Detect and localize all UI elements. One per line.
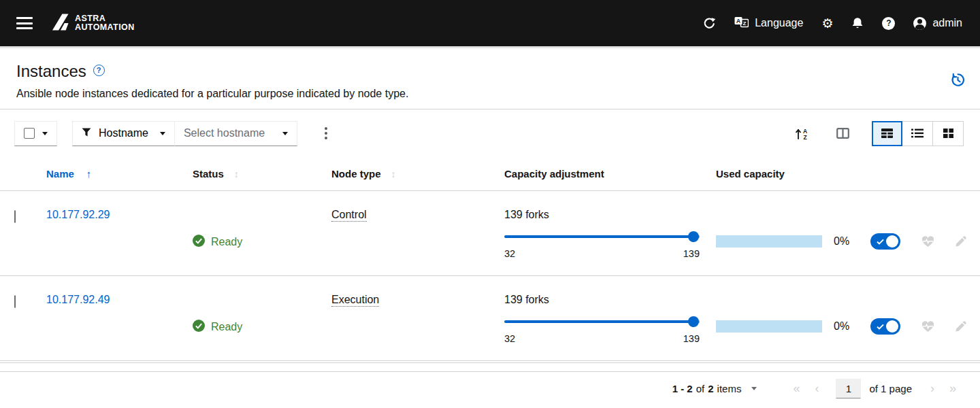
page-help-icon[interactable]: ? (93, 65, 105, 76)
status-label: Ready (211, 236, 242, 248)
item-total: 2 (708, 383, 713, 394)
edit-instance-button[interactable] (955, 320, 967, 333)
instance-name-link[interactable]: 10.177.92.29 (46, 209, 110, 220)
used-capacity-percent: 0% (834, 320, 857, 333)
gear-icon: ⚙ (821, 17, 833, 30)
table-row: 10.177.92.49 Ready Execution 139 forks 3… (0, 276, 980, 361)
table-view-icon (881, 129, 893, 138)
capacity-adjustment-cell: 139 forks 32 139 (491, 276, 702, 360)
capacity-slider[interactable] (504, 316, 700, 327)
status-ready-icon (193, 235, 205, 250)
slider-min-label: 32 (504, 333, 515, 344)
table-view-button[interactable] (872, 121, 902, 146)
brand-logo: ASTRA AUTOMATION (52, 13, 135, 34)
row-checkbox[interactable] (14, 295, 16, 308)
manage-columns-button[interactable] (836, 128, 849, 139)
row-checkbox[interactable] (14, 210, 16, 223)
edit-instance-button[interactable] (955, 235, 967, 248)
user-avatar-icon (913, 17, 926, 30)
status-label: Ready (211, 321, 242, 333)
slider-handle[interactable] (688, 231, 699, 242)
history-icon (951, 73, 965, 87)
used-capacity-bar (716, 320, 822, 333)
svg-text:Z: Z (803, 134, 806, 140)
bulk-select-dropdown[interactable] (14, 121, 57, 146)
capacity-slider[interactable] (504, 231, 700, 242)
refresh-icon (703, 17, 716, 30)
sort-asc-icon: ↑ (86, 168, 92, 180)
forks-label: 139 forks (504, 294, 702, 306)
per-page-dropdown[interactable]: 1 - 2 of 2 items (672, 383, 757, 394)
table-header-row: Name↑ Status↕ Node type↕ Capacity adjust… (0, 157, 980, 191)
svg-text:Z: Z (743, 20, 747, 27)
nav-toggle-button[interactable] (16, 17, 33, 29)
column-header-capacity-adjustment: Capacity adjustment (491, 157, 702, 190)
health-check-button[interactable] (921, 321, 934, 333)
next-page-button[interactable]: › (923, 381, 942, 396)
instances-table: Name↑ Status↕ Node type↕ Capacity adjust… (0, 157, 980, 363)
settings-button[interactable]: ⚙ (821, 17, 833, 30)
filter-attribute-dropdown[interactable]: Hostname (72, 121, 175, 146)
page-description: Ansible node instances dedicated for a p… (16, 88, 964, 100)
status-ready-icon (193, 320, 205, 335)
pagination-bar: 1 - 2 of 2 items « ‹ of 1 page › » (0, 371, 980, 405)
instance-enabled-toggle[interactable] (870, 233, 900, 250)
translate-icon: AZ (734, 16, 749, 31)
current-page-input[interactable] (836, 379, 861, 398)
slider-handle[interactable] (688, 316, 699, 327)
item-range: 1 - 2 (672, 383, 693, 394)
bulk-select-checkbox[interactable] (24, 128, 35, 139)
user-menu[interactable]: admin (913, 17, 962, 30)
card-view-button[interactable] (933, 121, 964, 146)
instance-name-link[interactable]: 10.177.92.49 (46, 294, 110, 305)
slider-min-label: 32 (504, 248, 515, 259)
heartbeat-icon (921, 321, 934, 333)
slider-max-label: 139 (683, 333, 700, 344)
filter-value-select[interactable]: Select hostname (175, 121, 297, 146)
heartbeat-icon (921, 236, 934, 248)
column-header-name[interactable]: Name↑ (33, 157, 179, 190)
astra-logo-icon (52, 13, 69, 34)
notifications-button[interactable] (851, 17, 864, 30)
sort-az-icon: AZ (795, 127, 809, 140)
activity-history-button[interactable] (951, 73, 965, 89)
toolbar-kebab-button[interactable] (322, 124, 331, 143)
used-capacity-bar (716, 235, 822, 248)
brand-line2: AUTOMATION (75, 23, 135, 32)
table-row: 10.177.92.29 Ready Control 139 forks 32 … (0, 191, 980, 276)
help-button[interactable]: ? (882, 17, 895, 30)
list-view-button[interactable] (902, 121, 933, 146)
bell-icon (851, 17, 864, 30)
page-title: Instances (16, 62, 86, 81)
health-check-button[interactable] (921, 236, 934, 248)
page-count-label: of 1 page (869, 383, 912, 394)
pencil-icon (955, 320, 967, 333)
instance-enabled-toggle[interactable] (870, 318, 900, 335)
node-type-label: Control (331, 209, 367, 222)
chevron-down-icon (42, 132, 48, 135)
chevron-down-icon (751, 387, 757, 390)
previous-page-button[interactable]: ‹ (807, 381, 826, 396)
language-menu[interactable]: AZ Language (734, 16, 803, 31)
slider-max-label: 139 (683, 248, 700, 259)
used-capacity-cell: 0% (702, 191, 980, 275)
refresh-button[interactable] (703, 17, 716, 30)
forks-label: 139 forks (504, 209, 702, 221)
chevron-down-icon (160, 132, 165, 135)
last-page-button[interactable]: » (942, 381, 964, 396)
user-label: admin (932, 17, 962, 29)
check-icon (877, 239, 884, 245)
grid-view-icon (943, 129, 953, 138)
filter-value-placeholder: Select hostname (184, 127, 265, 139)
filter-attribute-label: Hostname (99, 127, 148, 139)
sort-options-button[interactable]: AZ (795, 127, 809, 140)
column-header-used-capacity: Used capacity (702, 157, 980, 190)
status-cell: Ready (179, 191, 318, 275)
column-header-node-type[interactable]: Node type↕ (318, 157, 491, 190)
column-header-status[interactable]: Status↕ (179, 157, 318, 190)
svg-text:A: A (736, 17, 741, 24)
first-page-button[interactable]: « (785, 381, 807, 396)
columns-icon (836, 128, 849, 139)
pencil-icon (955, 235, 967, 248)
masthead: ASTRA AUTOMATION AZ Language ⚙ ? admin (0, 0, 980, 48)
